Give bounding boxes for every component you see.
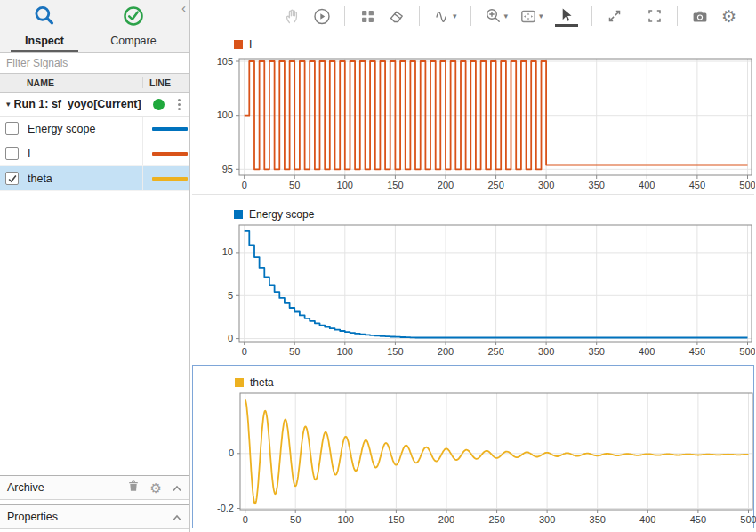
run-status-dot: [153, 99, 165, 110]
subplot-energy-scope: Energy scope 050100150200250300350400450…: [192, 194, 754, 365]
signal-checkbox-theta[interactable]: [5, 172, 19, 185]
signal-table-header: NAME LINE: [0, 74, 189, 93]
zoom-in-menu[interactable]: ▾: [485, 7, 509, 25]
replay-icon[interactable]: [313, 7, 331, 25]
svg-text:250: 250: [488, 514, 504, 525]
archive-collapse-chevron-icon[interactable]: [172, 480, 182, 496]
run-menu-icon[interactable]: [173, 98, 185, 111]
svg-text:200: 200: [438, 346, 454, 357]
signal-cursor-menu[interactable]: ▾: [433, 7, 457, 25]
svg-text:500: 500: [740, 514, 756, 525]
tab-inspect[interactable]: Inspect: [2, 0, 87, 52]
signal-name: Energy scope: [28, 123, 142, 135]
svg-text:50: 50: [289, 180, 300, 189]
clear-plots-eraser-icon[interactable]: [388, 7, 406, 25]
simulation-data-inspector: Inspect Compare ‹ NAME LINE ▾ Run 1: sf_…: [0, 0, 756, 532]
run-row[interactable]: ▾ Run 1: sf_yoyo[Current]: [0, 93, 189, 117]
tab-inspect-label: Inspect: [25, 35, 64, 47]
fullscreen-icon[interactable]: [646, 7, 664, 25]
properties-label: Properties: [7, 511, 172, 523]
legend: I: [234, 36, 754, 53]
settings-gear-icon[interactable]: ⚙: [720, 7, 738, 25]
line-column-header: LINE: [142, 77, 189, 88]
chart-energy-scope[interactable]: 0501001502002503003504004505000510: [192, 223, 755, 359]
svg-text:350: 350: [590, 514, 606, 525]
svg-text:300: 300: [538, 346, 554, 357]
signal-wave-icon: [433, 7, 451, 25]
expand-plot-icon[interactable]: [606, 7, 623, 25]
properties-collapse-chevron-icon[interactable]: [172, 509, 182, 525]
svg-text:0: 0: [242, 346, 247, 357]
svg-text:450: 450: [689, 180, 705, 189]
svg-text:300: 300: [538, 180, 554, 189]
inspect-magnifier-icon: [33, 4, 56, 31]
svg-text:5: 5: [228, 290, 233, 301]
caret-down-icon: ▾: [453, 12, 457, 20]
signal-row-energy-scope[interactable]: Energy scope: [0, 117, 189, 141]
svg-text:500: 500: [739, 346, 755, 357]
run-expander-icon[interactable]: ▾: [6, 100, 11, 109]
sidebar-tabstrip: Inspect Compare ‹: [0, 0, 189, 53]
legend-label: Energy scope: [249, 208, 314, 221]
svg-text:150: 150: [387, 180, 403, 189]
signal-checkbox-i[interactable]: [5, 147, 19, 160]
svg-text:100: 100: [338, 514, 354, 525]
signal-name: I: [28, 148, 142, 160]
svg-text:250: 250: [487, 180, 503, 189]
snapshot-camera-icon[interactable]: [691, 7, 709, 25]
signal-name: theta: [28, 173, 142, 185]
zoom-in-icon: [485, 7, 503, 25]
subplot-i: I 05010015020025030035040045050095100105: [192, 32, 754, 194]
svg-text:200: 200: [438, 514, 454, 525]
layout-grid-icon[interactable]: [358, 7, 376, 25]
archive-panel-bar[interactable]: Archive ⚙: [0, 475, 189, 500]
legend: Energy scope: [234, 206, 754, 223]
svg-text:0: 0: [242, 180, 247, 189]
signal-line-swatch: [152, 152, 188, 156]
subplot-theta-selected: theta 050100150200250300350400450500-0.2…: [192, 365, 754, 528]
trash-icon[interactable]: [126, 479, 141, 497]
svg-text:100: 100: [217, 109, 233, 120]
run-label: Run 1: sf_yoyo[Current]: [14, 98, 149, 110]
chart-i[interactable]: 05010015020025030035040045050095100105: [192, 53, 755, 189]
svg-text:105: 105: [217, 56, 233, 67]
fit-to-view-icon: [519, 7, 537, 25]
caret-down-icon: ▾: [539, 12, 543, 20]
svg-text:400: 400: [639, 180, 655, 189]
chart-theta[interactable]: 050100150200250300350400450500-0.20: [193, 391, 756, 529]
signal-row-theta[interactable]: theta: [0, 166, 189, 191]
sidebar: Inspect Compare ‹ NAME LINE ▾ Run 1: sf_…: [0, 0, 190, 532]
svg-text:450: 450: [689, 346, 705, 357]
svg-text:200: 200: [438, 180, 454, 189]
svg-text:0: 0: [228, 333, 233, 343]
plot-toolbar: ▾ ▾: [191, 0, 756, 32]
pointer-tool-button[interactable]: [555, 6, 578, 27]
filter-signals-input[interactable]: [0, 53, 189, 74]
legend-label: I: [249, 38, 252, 51]
archive-settings-gear-icon[interactable]: ⚙: [150, 481, 162, 495]
fit-to-view-menu[interactable]: ▾: [519, 7, 543, 25]
svg-text:0: 0: [243, 514, 248, 525]
svg-text:150: 150: [388, 514, 404, 525]
collapse-sidebar-icon[interactable]: ‹: [181, 1, 186, 14]
signal-line-swatch: [152, 177, 188, 181]
legend-swatch: [234, 210, 243, 219]
tab-compare[interactable]: Compare: [87, 0, 180, 52]
svg-text:350: 350: [589, 346, 605, 357]
signal-list-empty-area: [0, 191, 189, 475]
signal-checkbox-energy-scope[interactable]: [5, 122, 19, 135]
signal-line-swatch: [152, 127, 188, 131]
svg-text:150: 150: [387, 346, 403, 357]
svg-text:400: 400: [639, 346, 655, 357]
archive-label: Archive: [7, 481, 126, 494]
pan-hand-icon[interactable]: [284, 7, 302, 25]
signal-row-i[interactable]: I: [0, 141, 189, 166]
legend: theta: [235, 374, 753, 391]
compare-check-circle-icon: [122, 4, 145, 31]
legend-label: theta: [250, 376, 274, 389]
plot-panel: ▾ ▾: [191, 0, 756, 532]
svg-text:-0.2: -0.2: [217, 503, 234, 513]
svg-text:450: 450: [690, 514, 706, 525]
svg-text:95: 95: [222, 164, 233, 174]
properties-panel-bar[interactable]: Properties: [0, 504, 189, 529]
